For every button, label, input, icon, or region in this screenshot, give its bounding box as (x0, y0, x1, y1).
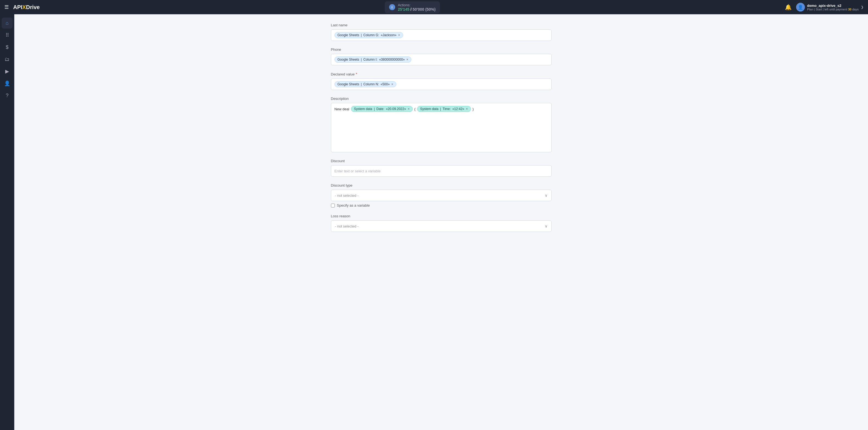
last-name-input[interactable]: Google Sheets | Column G: «Jackson» × (331, 29, 552, 41)
description-tag2: System data | Time: «12:42» × (417, 106, 471, 112)
discount-type-value: - not selected - (335, 193, 359, 197)
tag1-close-icon[interactable]: × (408, 107, 410, 111)
sidebar-item-billing[interactable]: $ (2, 42, 12, 53)
tag-close-icon[interactable]: × (406, 58, 408, 61)
discount-label: Discount (331, 159, 552, 163)
chevron-down-icon: ∨ (545, 224, 548, 228)
tag-col: Column I: (363, 58, 377, 61)
description-label: Description (331, 97, 552, 101)
phone-label: Phone (331, 48, 552, 52)
actions-count: 25'145 / 50'000 (50%) (398, 7, 435, 11)
declared-value-field-group: Declared value * Google Sheets | Column … (331, 72, 552, 90)
loss-reason-select[interactable]: - not selected - ∨ (331, 220, 552, 232)
discount-placeholder: Enter text or select a variable (335, 169, 381, 173)
navbar: ☰ APIXDrive i Actions: 25'145 / 50'000 (… (0, 0, 868, 14)
discount-type-select[interactable]: - not selected - ∨ (331, 190, 552, 201)
tag-source: Google Sheets (338, 33, 359, 37)
specify-variable-row: Specify as a variable (331, 203, 552, 208)
actions-badge: i Actions: 25'145 / 50'000 (50%) (385, 1, 440, 13)
sidebar-item-home[interactable]: ⌂ (2, 18, 12, 29)
tag-source: Google Sheets (338, 82, 359, 86)
description-prefix: New deal (335, 107, 349, 111)
user-name: demo_apix-drive_s2 (807, 4, 859, 8)
user-details: demo_apix-drive_s2 Plan | Start | left u… (807, 4, 859, 11)
navbar-right: 🔔 👤 demo_apix-drive_s2 Plan | Start | le… (785, 3, 864, 11)
tag-col: Column G: (363, 33, 379, 37)
phone-input[interactable]: Google Sheets | Column I: «380000000000»… (331, 54, 552, 65)
actions-used: 25'145 (398, 7, 409, 11)
menu-icon[interactable]: ☰ (4, 4, 9, 10)
main: Last name Google Sheets | Column G: «Jac… (14, 14, 868, 430)
loss-reason-value: - not selected - (335, 224, 359, 228)
avatar: 👤 (796, 3, 805, 11)
description-tag1: System data | Date: «20.09.2022» × (351, 106, 413, 112)
last-name-field-group: Last name Google Sheets | Column G: «Jac… (331, 23, 552, 41)
logo-text: APIXDrive (13, 4, 40, 10)
sidebar-item-help[interactable]: ? (2, 90, 12, 101)
actions-separator: / (410, 7, 413, 11)
description-content: New deal System data | Date: «20.09.2022… (335, 106, 474, 112)
tag2-close-icon[interactable]: × (466, 107, 468, 111)
description-input[interactable]: New deal System data | Date: «20.09.2022… (331, 103, 552, 152)
chevron-down-icon: ∨ (545, 193, 548, 197)
user-info[interactable]: 👤 demo_apix-drive_s2 Plan | Start | left… (796, 3, 864, 11)
sidebar: ⌂ ⠿ $ 🗂 ▶ 👤 ? (0, 14, 14, 430)
declared-value-label: Declared value * (331, 72, 552, 76)
chevron-down-icon: ❯ (861, 5, 864, 9)
phone-tag: Google Sheets | Column I: «380000000000»… (335, 57, 411, 63)
tag1-sep: | (374, 107, 375, 111)
actions-info: Actions: 25'145 / 50'000 (50%) (398, 3, 435, 11)
actions-pct: (50%) (425, 7, 435, 11)
tag-value: «380000000000» (379, 58, 404, 61)
tag2-key: Time: (443, 107, 451, 111)
discount-type-label: Discount type (331, 183, 552, 187)
last-name-label: Last name (331, 23, 552, 27)
tag-close-icon[interactable]: × (391, 82, 393, 86)
required-star: * (355, 72, 357, 76)
tag-separator: | (361, 58, 362, 61)
sidebar-item-connections[interactable]: ⠿ (2, 30, 12, 41)
tag-close-icon[interactable]: × (398, 33, 400, 37)
description-close-paren: ) (472, 107, 474, 111)
sidebar-item-media[interactable]: ▶ (2, 66, 12, 77)
content-wrapper: Last name Google Sheets | Column G: «Jac… (318, 14, 565, 430)
specify-variable-label: Specify as a variable (337, 203, 370, 208)
logo-drive: Drive (26, 4, 40, 10)
specify-variable-checkbox[interactable] (331, 204, 335, 208)
tag-col: Column N: (363, 82, 379, 86)
declared-value-tag: Google Sheets | Column N: «500» × (335, 81, 397, 87)
tag2-source: System data (420, 107, 438, 111)
tag2-sep: | (440, 107, 441, 111)
tag1-value: «20.09.2022» (386, 107, 406, 111)
tag2-value: «12:42» (452, 107, 464, 111)
discount-type-field-group: Discount type - not selected - ∨ Specify… (331, 183, 552, 208)
discount-input[interactable]: Enter text or select a variable (331, 165, 552, 177)
discount-field-group: Discount Enter text or select a variable (331, 159, 552, 177)
logo-api: API (13, 4, 22, 10)
actions-total: 50'000 (413, 7, 424, 11)
bell-icon[interactable]: 🔔 (785, 4, 792, 10)
tag-value: «500» (381, 82, 390, 86)
loss-reason-field-group: Loss reason - not selected - ∨ (331, 214, 552, 232)
declared-value-input[interactable]: Google Sheets | Column N: «500» × (331, 79, 552, 90)
phone-field-group: Phone Google Sheets | Column I: «3800000… (331, 48, 552, 65)
info-icon[interactable]: i (389, 4, 395, 10)
tag1-key: Date: (376, 107, 384, 111)
tag-separator: | (361, 82, 362, 86)
last-name-tag: Google Sheets | Column G: «Jackson» × (335, 32, 403, 38)
tag-separator: | (361, 33, 362, 37)
logo: APIXDrive (13, 4, 40, 10)
tag-value: «Jackson» (381, 33, 396, 37)
actions-label: Actions: (398, 3, 435, 7)
description-field-group: Description New deal System data | Date:… (331, 97, 552, 152)
sidebar-item-account[interactable]: 👤 (2, 78, 12, 89)
logo-x: X (22, 4, 26, 10)
sidebar-item-briefcase[interactable]: 🗂 (2, 54, 12, 65)
loss-reason-label: Loss reason (331, 214, 552, 218)
tag1-source: System data (354, 107, 372, 111)
description-open-paren: ( (414, 107, 415, 111)
tag-source: Google Sheets (338, 58, 359, 61)
navbar-center: i Actions: 25'145 / 50'000 (50%) (44, 1, 780, 13)
user-plan: Plan | Start | left until payment 30 day… (807, 8, 859, 11)
